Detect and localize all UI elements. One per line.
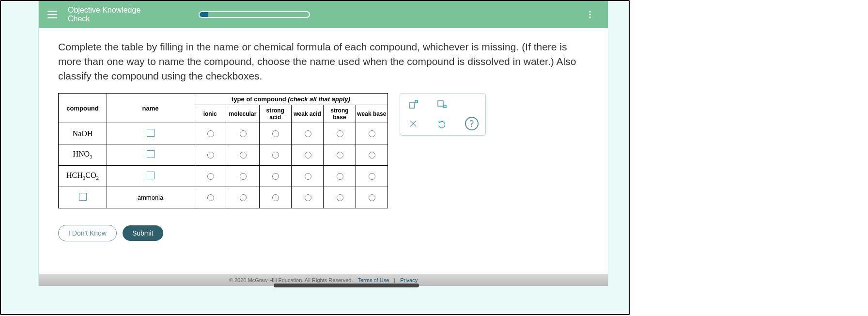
type-radio[interactable] xyxy=(240,152,247,158)
name-input[interactable] xyxy=(147,129,155,137)
type-radio[interactable] xyxy=(305,130,311,137)
compound-formula: NaOH xyxy=(73,129,93,138)
type-radio[interactable] xyxy=(207,194,214,201)
type-cell xyxy=(291,166,323,187)
tool-clear[interactable] xyxy=(407,117,419,130)
type-radio[interactable] xyxy=(272,130,279,137)
th-ionic: ionic xyxy=(194,105,226,123)
superscript-icon xyxy=(407,99,419,111)
app-frame: Objective Knowledge Check Complete the t… xyxy=(0,0,630,315)
footer-terms-link[interactable]: Terms of Use xyxy=(358,277,389,283)
subscript-icon xyxy=(436,99,448,111)
th-type: type of compound (check all that apply) xyxy=(194,94,388,105)
tool-help[interactable]: ? xyxy=(465,117,479,130)
type-cell xyxy=(226,144,259,166)
type-cell xyxy=(259,123,291,144)
content-area: Complete the table by filling in the nam… xyxy=(39,28,608,241)
type-radio[interactable] xyxy=(272,152,279,158)
tool-superscript[interactable] xyxy=(407,98,419,111)
close-icon xyxy=(408,119,418,128)
table-row: HCH3CO2 xyxy=(59,166,388,187)
compound-table: compound name type of compound (check al… xyxy=(58,93,388,208)
type-cell xyxy=(291,123,323,144)
action-row: I Don't Know Submit xyxy=(58,225,589,241)
type-radio[interactable] xyxy=(369,130,375,137)
type-cell xyxy=(259,166,291,187)
type-radio[interactable] xyxy=(240,194,247,201)
th-molecular: molecular xyxy=(226,105,259,123)
name-text: ammonia xyxy=(138,194,163,201)
type-cell xyxy=(291,187,323,208)
compound-formula: HNO3 xyxy=(73,150,92,158)
svg-point-3 xyxy=(589,11,591,13)
header-titles: Objective Knowledge Check xyxy=(68,6,140,23)
name-input[interactable] xyxy=(147,172,155,179)
name-cell[interactable] xyxy=(107,166,194,187)
svg-rect-6 xyxy=(409,103,415,108)
table-body: NaOHHNO3HCH3CO2ammonia xyxy=(59,123,388,208)
name-cell[interactable] xyxy=(107,123,194,144)
instructions-text: Complete the table by filling in the nam… xyxy=(58,40,589,83)
th-strong-acid: strong acid xyxy=(259,105,291,123)
type-radio[interactable] xyxy=(272,194,279,201)
type-radio[interactable] xyxy=(305,194,311,201)
name-input[interactable] xyxy=(147,150,155,158)
type-radio[interactable] xyxy=(337,152,343,158)
idk-button[interactable]: I Don't Know xyxy=(58,225,117,241)
type-radio[interactable] xyxy=(369,194,375,201)
horizontal-scrollbar-thumb[interactable] xyxy=(274,284,419,287)
undo-icon xyxy=(437,119,447,128)
type-cell xyxy=(324,187,356,208)
type-radio[interactable] xyxy=(272,173,279,180)
type-cell xyxy=(356,123,388,144)
svg-point-5 xyxy=(589,17,591,18)
type-radio[interactable] xyxy=(337,173,343,180)
type-radio[interactable] xyxy=(240,130,247,137)
tool-undo[interactable] xyxy=(436,117,449,130)
type-cell xyxy=(356,187,388,208)
type-radio[interactable] xyxy=(240,173,247,180)
compound-cell[interactable] xyxy=(59,187,107,208)
name-cell: ammonia xyxy=(107,187,194,208)
type-cell xyxy=(194,123,226,144)
header-title-line2: Check xyxy=(68,15,140,23)
th-type-italic: (check all that apply) xyxy=(288,95,350,103)
svg-rect-7 xyxy=(415,100,418,103)
footer-copyright: © 2020 McGraw-Hill Education. All Rights… xyxy=(229,277,353,283)
type-radio[interactable] xyxy=(207,130,214,137)
menu-button[interactable] xyxy=(39,1,66,28)
more-vertical-icon xyxy=(585,10,595,19)
type-radio[interactable] xyxy=(207,173,214,180)
compound-cell: HNO3 xyxy=(59,144,107,166)
worksheet-row: compound name type of compound (check al… xyxy=(58,93,589,208)
compound-cell: NaOH xyxy=(59,123,107,144)
type-cell xyxy=(291,144,323,166)
type-radio[interactable] xyxy=(305,173,311,180)
type-radio[interactable] xyxy=(337,194,343,201)
th-compound: compound xyxy=(59,94,107,123)
header-title-line1: Objective Knowledge xyxy=(68,6,140,15)
type-cell xyxy=(324,123,356,144)
compound-cell: HCH3CO2 xyxy=(59,166,107,187)
type-radio[interactable] xyxy=(207,152,214,158)
type-radio[interactable] xyxy=(305,152,311,158)
type-cell xyxy=(194,187,226,208)
header-bar: Objective Knowledge Check xyxy=(39,1,608,28)
submit-button[interactable]: Submit xyxy=(123,225,163,241)
tool-subscript[interactable] xyxy=(436,98,449,111)
name-cell[interactable] xyxy=(107,144,194,166)
th-weak-acid: weak acid xyxy=(291,105,323,123)
type-radio[interactable] xyxy=(369,152,375,158)
type-cell xyxy=(259,187,291,208)
progress-fill xyxy=(200,12,208,17)
type-cell xyxy=(324,144,356,166)
type-radio[interactable] xyxy=(369,173,375,180)
type-cell xyxy=(356,144,388,166)
formula-input[interactable] xyxy=(79,193,87,201)
type-radio[interactable] xyxy=(337,130,343,137)
footer-privacy-link[interactable]: Privacy xyxy=(400,277,418,283)
type-cell xyxy=(226,187,259,208)
compound-formula: HCH3CO2 xyxy=(66,171,99,179)
more-button[interactable] xyxy=(584,8,596,21)
type-cell xyxy=(226,123,259,144)
